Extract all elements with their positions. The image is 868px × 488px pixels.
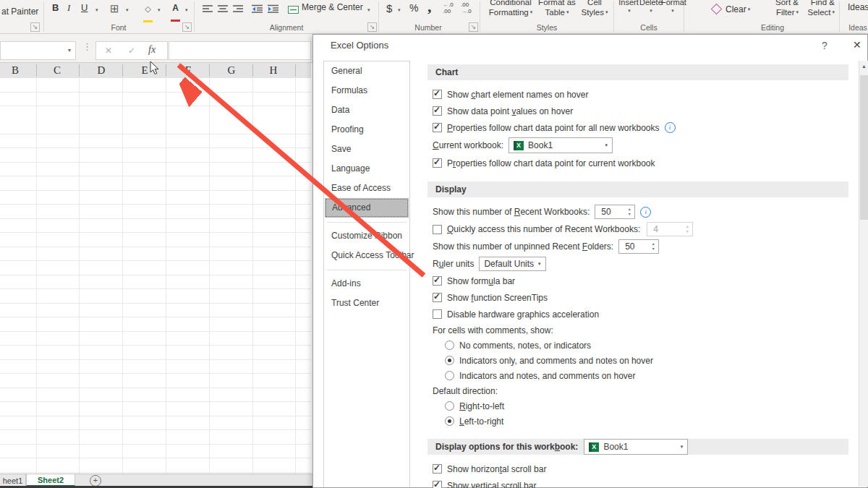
left-to-right-radio[interactable]: Left-to-right [427,414,848,429]
fill-color-button[interactable]: ◇ [143,3,153,25]
insert-function-icon[interactable]: fx [148,44,156,56]
number-dialog-launcher-icon[interactable]: ↘ [469,22,478,32]
radio-icon[interactable] [445,371,454,380]
decrease-indent-button[interactable] [252,4,263,15]
column-header-F[interactable]: F [185,64,191,77]
font-color-button[interactable]: A [171,1,180,24]
format-cells-button[interactable]: Format▾ [661,0,683,15]
workbook-dropdown[interactable]: XBook1▾ [584,439,688,455]
recent-workbooks-row[interactable]: Show this number of Recent Workbooks:50▴… [427,203,848,221]
disable-hardware-graphics-checkbox[interactable]: Disable hardware graphics acceleration [427,306,848,322]
font-color-dropdown-icon[interactable]: ▾ [185,7,188,13]
increase-decimal-button[interactable]: ←.0 .00 [443,1,454,14]
formula-input[interactable] [169,41,311,60]
column-header-E[interactable]: E [141,64,148,77]
increase-indent-button[interactable] [268,4,278,15]
alignment-dialog-launcher-icon[interactable]: ↘ [367,22,377,32]
merge-center-button[interactable]: Merge & Center [302,2,363,12]
spinner-control[interactable]: 50▴▾ [595,205,635,219]
checkbox-icon[interactable] [433,158,442,168]
conditional-formatting-button[interactable]: ConditionalFormatting▾ [486,0,535,17]
accounting-format-button[interactable]: $ [386,2,392,14]
ideas-button[interactable]: Ideas [848,2,868,12]
column-header-D[interactable]: D [98,64,106,77]
checkbox-icon[interactable] [433,123,442,132]
cancel-entry-icon[interactable]: ✕ [105,46,112,56]
checkbox-icon[interactable] [433,309,442,319]
radio-icon[interactable] [445,401,454,411]
cell-styles-button[interactable]: CellStyles▾ [579,0,610,17]
unpinned-recent-folders-row[interactable]: Show this number of unpinned Recent Fold… [427,238,848,255]
properties-follow-current-workbook-checkbox[interactable]: Properties follow chart data point for c… [427,155,848,171]
sidebar-item-ease-of-access[interactable]: Ease of Access [324,179,409,198]
show-chart-element-names-checkbox[interactable]: Show chart element names on hover [427,86,848,103]
column-header-H[interactable]: H [270,64,278,77]
percent-style-button[interactable]: % [409,2,418,14]
workbook-dropdown[interactable]: XBook1▾ [509,137,613,153]
ruler-units-row[interactable]: Ruler unitsDefault Units▾ [427,255,848,273]
show-function-screentips-checkbox[interactable]: Show function ScreenTips [427,289,848,306]
fill-color-dropdown-icon[interactable]: ▾ [158,7,161,13]
column-header-G[interactable]: G [228,64,236,77]
underline-dropdown-icon[interactable]: ▾ [95,7,98,13]
dialog-scrollbar[interactable]: ▲ [859,61,868,487]
quick-access-recent-checkbox[interactable]: Quickly access this number of Recent Wor… [427,221,848,238]
find-select-button[interactable]: Find &Select▾ [801,0,835,17]
checkbox-icon[interactable] [433,276,442,286]
checkbox-icon[interactable] [433,225,442,234]
align-left-button[interactable] [203,4,213,15]
clipboard-dialog-launcher-icon[interactable]: ↘ [30,22,40,32]
font-dialog-launcher-icon[interactable]: ↘ [182,22,192,32]
properties-follow-all-workbooks-checkbox[interactable]: Properties follow chart data point for a… [427,119,848,136]
clear-button[interactable]: Clear▾ [726,4,750,14]
indicators-and-notes-radio[interactable]: Indicators and notes, and comments on ho… [427,368,848,383]
checkbox-icon[interactable] [433,106,442,116]
dropdown-control[interactable]: Default Units▾ [479,257,545,271]
formula-bar-grip-icon[interactable]: ⋮ [82,41,92,52]
enter-entry-icon[interactable]: ✓ [128,46,135,56]
align-center-button[interactable] [218,4,228,15]
delete-cells-button[interactable]: Delete▾ [639,0,661,15]
checkbox-icon[interactable] [433,481,442,488]
borders-button[interactable]: ⊞ [110,2,119,15]
bold-button[interactable]: B [52,2,59,13]
checkbox-icon[interactable] [433,293,442,302]
format-painter-button[interactable]: at Painter [1,7,38,17]
show-horizontal-scrollbar-checkbox[interactable]: Show horizontal scroll bar [427,461,848,477]
decrease-decimal-button[interactable]: .00 →.0 [461,1,472,14]
indicators-only-radio[interactable]: Indicators only, and comments and notes … [427,353,848,368]
sidebar-item-proofing[interactable]: Proofing [324,120,409,140]
sheet-tab-1[interactable]: heet1 [0,474,26,487]
sidebar-item-language[interactable]: Language [324,159,409,179]
sort-filter-button[interactable]: Sort &Filter▾ [765,0,799,17]
scrollbar-up-icon[interactable]: ▲ [859,61,868,72]
dialog-close-button[interactable]: ✕ [853,39,861,51]
sidebar-item-general[interactable]: General [324,61,409,81]
checkbox-icon[interactable] [433,464,442,474]
no-comments-radio[interactable]: No comments, notes, or indicators [427,338,848,353]
insert-cells-button[interactable]: Insert▾ [618,0,639,15]
radio-icon[interactable] [445,341,454,350]
format-as-table-button[interactable]: Format asTable▾ [537,0,577,17]
current-workbook-row[interactable]: Current workbook:XBook1▾ [427,136,848,155]
new-sheet-button[interactable]: + [90,475,101,487]
sidebar-item-advanced[interactable]: Advanced [325,198,409,218]
borders-dropdown-icon[interactable]: ▾ [126,7,129,13]
scrollbar-thumb[interactable] [860,75,868,220]
radio-icon[interactable] [445,416,454,426]
column-header-C[interactable]: C [54,64,61,77]
align-right-button[interactable] [233,4,243,15]
comma-style-button[interactable]: , [427,0,432,16]
underline-button[interactable]: U [81,2,88,13]
sidebar-item-save[interactable]: Save [324,140,409,159]
sidebar-item-customize-ribbon[interactable]: Customize Ribbon [324,226,409,246]
right-to-left-radio[interactable]: Right-to-left [427,398,848,414]
dialog-help-button[interactable]: ? [822,40,827,51]
name-box-dropdown-icon[interactable]: ▾ [68,47,71,53]
radio-icon[interactable] [445,356,454,365]
italic-button[interactable]: I [67,2,70,14]
spinner-control[interactable]: 50▴▾ [618,239,659,254]
merge-center-dropdown-icon[interactable]: ▾ [367,7,370,13]
sidebar-item-add-ins[interactable]: Add-ins [324,274,409,294]
show-data-point-values-checkbox[interactable]: Show data point values on hover [427,103,848,119]
